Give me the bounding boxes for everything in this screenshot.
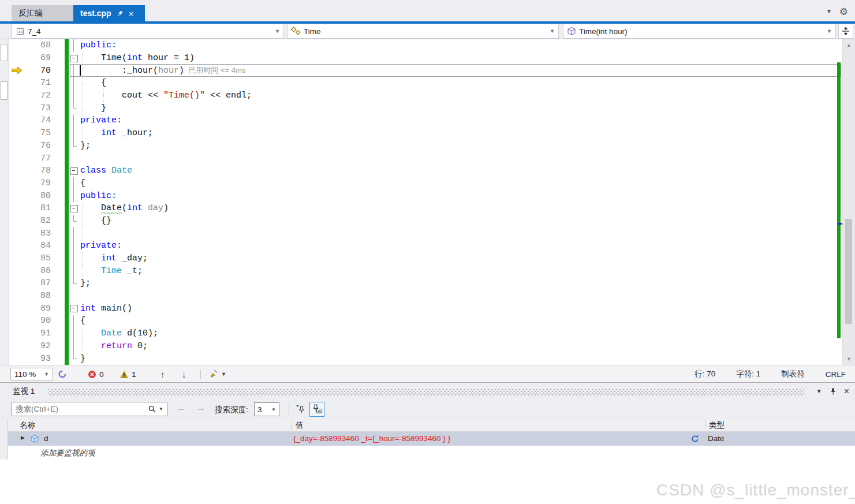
code-line-77[interactable]: 77 — [9, 152, 842, 165]
tab-disassembly[interactable]: 反汇编 — [12, 5, 73, 21]
code-line-92[interactable]: 92 return 0; — [9, 340, 842, 353]
code-line-85[interactable]: 85 int _day; — [9, 252, 842, 265]
code-line-83[interactable]: 83 — [9, 227, 842, 240]
code-text[interactable]: return 0; — [79, 340, 842, 353]
code-text[interactable] — [79, 290, 842, 303]
breakpoint-margin[interactable] — [9, 340, 25, 353]
breakpoint-margin[interactable] — [9, 264, 25, 277]
breakpoint-margin[interactable] — [9, 240, 25, 252]
code-text[interactable]: {} — [79, 215, 842, 227]
code-text[interactable]: } — [79, 352, 842, 365]
code-line-78[interactable]: 78class Date — [9, 165, 842, 177]
code-line-68[interactable]: 68public: — [9, 39, 842, 52]
autohide-tab[interactable] — [1, 81, 8, 100]
watch-name[interactable]: d — [44, 434, 48, 443]
code-text[interactable]: Date d(10); — [79, 327, 842, 340]
fold-collapse-icon[interactable] — [69, 52, 79, 65]
breakpoint-margin[interactable] — [9, 77, 25, 89]
code-line-76[interactable]: 76}; — [9, 140, 842, 152]
error-indicator[interactable]: 0 — [88, 368, 104, 380]
breakpoint-margin[interactable] — [9, 140, 25, 152]
code-line-90[interactable]: 90{ — [9, 315, 842, 327]
code-text[interactable]: { — [79, 315, 842, 327]
search-input[interactable]: 搜索(Ctrl+E) ▼ — [12, 402, 167, 416]
pin-filter-icon[interactable] — [293, 402, 308, 417]
close-icon[interactable]: × — [844, 386, 849, 397]
code-text[interactable]: }; — [79, 277, 842, 290]
code-line-89[interactable]: 89int main() — [9, 302, 842, 315]
breakpoint-margin[interactable] — [9, 290, 25, 303]
project-dropdown[interactable]: ++ 7_4 ▼ — [12, 24, 284, 39]
close-icon[interactable]: × — [129, 9, 134, 18]
code-lines[interactable]: 68public:69 Time(int hour = 1)70 :_hour(… — [9, 39, 842, 365]
watch-add-row[interactable]: 添加要监视的项 — [0, 446, 855, 460]
member-dropdown[interactable]: Time(int hour) ▼ — [563, 24, 836, 39]
tab-test-cpp[interactable]: test.cpp × — [73, 5, 145, 21]
search-icon[interactable] — [148, 405, 156, 413]
code-text[interactable]: int _day; — [79, 252, 842, 265]
watch-value[interactable]: {_day=-858993460 _t={_hour=-858993460 } … — [293, 434, 450, 443]
scrollbar-thumb[interactable] — [845, 219, 852, 324]
pin-ab-icon[interactable]: ab — [309, 402, 324, 417]
code-line-74[interactable]: 74private: — [9, 114, 842, 127]
type-dropdown[interactable]: Time ▼ — [287, 24, 559, 39]
code-text[interactable] — [79, 152, 842, 165]
code-text[interactable]: Time _t; — [79, 264, 842, 277]
pin-icon[interactable] — [117, 10, 124, 17]
breakpoint-margin[interactable] — [9, 127, 25, 140]
breakpoint-margin[interactable] — [9, 39, 25, 52]
column-divider[interactable] — [292, 420, 292, 430]
breakpoint-margin[interactable] — [9, 177, 25, 190]
expander-icon[interactable]: ▶ — [21, 435, 25, 440]
code-line-80[interactable]: 80public: — [9, 189, 842, 202]
breakpoint-margin[interactable] — [9, 189, 25, 202]
code-text[interactable]: { — [79, 177, 842, 190]
code-text[interactable] — [79, 227, 842, 240]
code-text[interactable]: } — [79, 102, 842, 114]
code-health-icon[interactable] — [58, 368, 67, 380]
status-line[interactable]: 行: 70 — [695, 369, 715, 379]
code-editor[interactable]: 68public:69 Time(int hour = 1)70 :_hour(… — [0, 39, 855, 365]
back-icon[interactable]: ← — [177, 403, 186, 413]
code-text[interactable]: }; — [79, 140, 842, 152]
autohide-tab[interactable] — [1, 44, 8, 61]
breakpoint-margin[interactable] — [9, 89, 25, 102]
code-line-69[interactable]: 69 Time(int hour = 1) — [9, 52, 842, 65]
code-line-84[interactable]: 84private: — [9, 240, 842, 252]
breakpoint-margin[interactable] — [9, 302, 25, 315]
code-line-87[interactable]: 87}; — [9, 277, 842, 290]
scroll-up-icon[interactable]: ▲ — [843, 42, 855, 48]
chevron-down-icon[interactable]: ▼ — [159, 406, 163, 412]
code-line-73[interactable]: 73 } — [9, 102, 842, 114]
code-line-81[interactable]: 81 Date(int day) — [9, 202, 842, 215]
breakpoint-margin[interactable] — [9, 102, 25, 114]
breakpoint-margin[interactable] — [9, 52, 25, 65]
column-header-name[interactable]: 名称 — [20, 420, 35, 431]
code-line-86[interactable]: 86 Time _t; — [9, 264, 842, 277]
breakpoint-margin[interactable] — [9, 227, 25, 240]
code-line-72[interactable]: 72 cout << "Time()" << endl; — [9, 89, 842, 102]
search-depth-dropdown[interactable]: 3 ▼ — [254, 402, 279, 416]
fold-collapse-icon[interactable] — [69, 302, 79, 315]
split-window-icon[interactable] — [838, 24, 853, 39]
breakpoint-margin[interactable] — [9, 114, 25, 127]
breakpoint-margin[interactable] — [9, 327, 25, 340]
breakpoint-margin[interactable] — [9, 215, 25, 227]
code-line-88[interactable]: 88 — [9, 290, 842, 303]
code-text[interactable]: public: — [79, 189, 842, 202]
column-divider[interactable] — [705, 420, 706, 430]
warning-indicator[interactable]: 1 — [120, 368, 136, 380]
code-text[interactable]: private: — [79, 114, 842, 127]
down-arrow-icon[interactable]: ↓ — [182, 368, 186, 380]
code-text[interactable]: :_hour(hour) 已用时间 <= 4ms — [79, 64, 842, 77]
chevron-down-icon[interactable]: ▼ — [826, 8, 832, 14]
code-cleanup-button[interactable]: ▼ — [209, 368, 226, 380]
code-line-93[interactable]: 93} — [9, 352, 842, 365]
code-line-82[interactable]: 82 {} — [9, 215, 842, 227]
code-text[interactable]: Date(int day) — [79, 202, 842, 215]
status-column[interactable]: 字符: 1 — [736, 369, 760, 379]
fold-collapse-icon[interactable] — [69, 165, 79, 177]
breakpoint-margin[interactable] — [9, 152, 25, 165]
editor-scrollbar[interactable]: ▲ ▼ — [842, 39, 855, 365]
fold-collapse-icon[interactable] — [69, 202, 79, 215]
